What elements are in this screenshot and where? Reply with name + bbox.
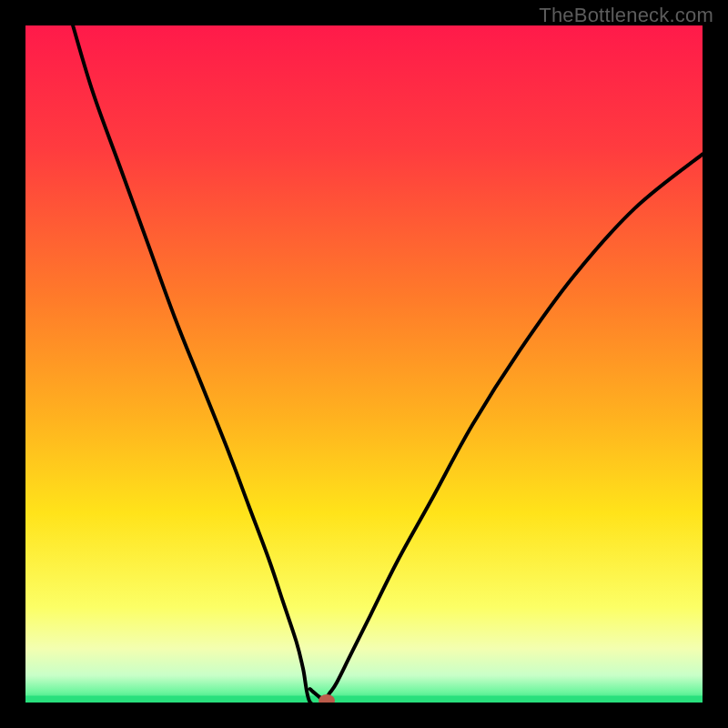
chart-svg [25, 25, 703, 703]
outer-frame: TheBottleneck.com [0, 0, 728, 728]
gradient-rect [25, 25, 703, 703]
watermark-text: TheBottleneck.com [539, 4, 713, 27]
bottom-band [25, 696, 703, 703]
plot-area [25, 25, 703, 703]
